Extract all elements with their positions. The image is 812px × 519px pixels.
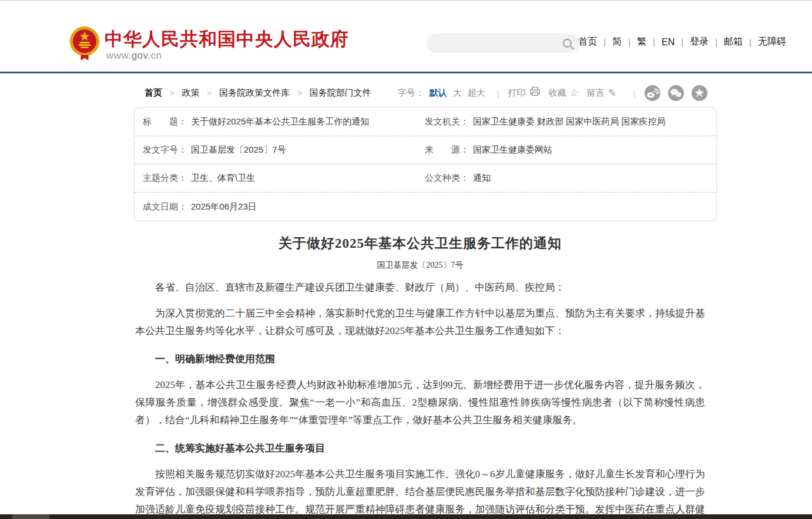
site-url-mid: gov [132,50,148,61]
meta-label-source: 来 源： [425,144,469,156]
paragraph-intro: 为深入贯彻党的二十届三中全会精神，落实新时代党的卫生与健康工作方针中以基层为重点… [135,305,705,340]
meta-row-date: 成文日期： 2025年06月23日 [135,193,716,221]
meta-row-title-agency: 标 题： 关于做好2025年基本公共卫生服务工作的通知 发文机关： 国家卫生健康… [135,108,716,136]
print-button[interactable]: 打印 [508,86,541,99]
paragraph-section-2: 按照相关服务规范切实做好2025年基本公共卫生服务项目实施工作。强化0～6岁儿童… [135,466,705,519]
font-size-large[interactable]: 大 [453,87,462,99]
breadcrumb-department-docs[interactable]: 国务院部门文件 [310,87,371,99]
nav-divider: | [603,37,606,47]
breadcrumb-separator: > [207,89,212,97]
font-size-default[interactable]: 默认 [430,87,447,99]
meta-row-number-source: 发文字号： 国卫基层发〔2025〕7号 来 源： 国家卫生健康委网站 [135,136,716,164]
meta-value-issuing-agency: 国家卫生健康委 财政部 国家中医药局 国家疾控局 [473,116,666,127]
nav-divider: | [749,37,751,47]
nav-divider: | [653,37,655,47]
comment-label: 留言 [587,87,605,99]
meta-label-title: 标 题： [143,116,187,127]
horizontal-scrollbar-thumb[interactable] [12,514,49,519]
national-emblem-logo [68,25,101,64]
breadcrumb-separator: > [297,89,302,97]
site-url: www.gov.cn [106,50,162,62]
meta-value-topic-category: 卫生、体育\卫生 [191,173,255,184]
document-toolbar: 字号： 默认 大 超大 | 打印 收藏 ☆ 留言 [398,85,707,100]
meta-label-topic-category: 主题分类： [143,173,187,184]
meta-label-doc-number: 发文字号： [143,144,187,156]
paragraph-salutation: 各省、自治区、直辖市及新疆生产建设兵团卫生健康委、财政厅（局）、中医药局、疾控局… [135,279,705,296]
breadcrumb-policy-library[interactable]: 国务院政策文件库 [219,87,290,99]
font-size-xlarge[interactable]: 超大 [468,87,485,99]
breadcrumb-separator: > [170,89,175,97]
site-url-prefix: www. [106,50,132,61]
nav-divider: | [628,37,630,47]
section-heading-1: 一、明确新增经费使用范围 [135,351,705,368]
meta-label-written-date: 成文日期： [143,201,187,213]
meta-value-title: 关于做好2025年基本公共卫生服务工作的通知 [191,116,369,127]
search-icon[interactable] [563,39,572,48]
breadcrumb-toolbar-row: 首页 > 政策 > 国务院政策文件库 > 国务院部门文件 字号： 默认 大 超大… [134,85,717,100]
section-heading-2: 二、统筹实施好基本公共卫生服务项目 [135,440,705,457]
nav-login[interactable]: 登录 [690,36,709,48]
content-column: 首页 > 政策 > 国务院政策文件库 > 国务院部门文件 字号： 默认 大 超大… [134,85,717,519]
paragraph-section-1: 2025年，基本公共卫生服务经费人均财政补助标准增加5元，达到99元。新增经费用… [135,376,705,429]
meta-label-issuing-agency: 发文机关： [425,116,469,127]
print-label: 打印 [508,87,526,99]
share-wechat-icon[interactable] [668,85,684,101]
breadcrumb-home[interactable]: 首页 [145,87,162,99]
comment-button[interactable]: 留言 ✎ [587,87,616,99]
article-doc-number: 国卫基层发〔2025〕7号 [135,260,705,271]
nav-divider: | [681,37,683,47]
toolbar-divider: | [497,88,499,98]
favorite-button[interactable]: 收藏 ☆ [549,87,579,99]
document-meta-table: 标 题： 关于做好2025年基本公共卫生服务工作的通知 发文机关： 国家卫生健康… [134,107,717,221]
toolbar-divider: | [633,88,636,98]
font-size-label: 字号： [398,87,424,99]
article-title: 关于做好2025年基本公共卫生服务工作的通知 [135,234,705,252]
nav-simplified[interactable]: 简 [612,36,622,48]
star-icon: ☆ [570,87,579,99]
breadcrumb-policy[interactable]: 政策 [182,87,200,99]
horizontal-scrollbar[interactable] [0,514,812,519]
meta-value-doc-type: 通知 [473,173,491,184]
site-url-suffix: .cn [147,50,162,61]
site-header: 中华人民共和国中央人民政府 www.gov.cn 首页 | 简 | 繁 | EN… [0,1,812,73]
printer-icon [529,86,541,99]
meta-row-category-type: 主题分类： 卫生、体育\卫生 公文种类： 通知 [135,164,716,193]
nav-mail[interactable]: 邮箱 [724,36,743,48]
site-title: 中华人民共和国中央人民政府 [105,27,349,52]
search-box[interactable] [427,33,579,53]
share-qzone-icon[interactable] [692,85,707,101]
meta-value-source: 国家卫生健康委网站 [473,144,552,156]
nav-english[interactable]: EN [662,37,675,48]
pencil-icon: ✎ [608,87,616,99]
share-weibo-icon[interactable] [645,85,660,101]
meta-value-doc-number: 国卫基层发〔2025〕7号 [191,144,286,156]
article-body: 各省、自治区、直辖市及新疆生产建设兵团卫生健康委、财政厅（局）、中医药局、疾控局… [135,279,705,519]
search-input[interactable] [436,38,563,49]
top-nav: 首页 | 简 | 繁 | EN | 登录 | 邮箱 | 无障碍 [578,36,786,48]
meta-value-written-date: 2025年06月23日 [191,201,257,213]
article: 关于做好2025年基本公共卫生服务工作的通知 国卫基层发〔2025〕7号 各省、… [134,234,717,519]
nav-traditional[interactable]: 繁 [637,36,646,48]
nav-accessibility[interactable]: 无障碍 [758,36,786,48]
meta-label-doc-type: 公文种类： [425,173,469,184]
nav-divider: | [715,37,717,47]
favorite-label: 收藏 [549,87,566,99]
nav-home[interactable]: 首页 [578,36,597,48]
